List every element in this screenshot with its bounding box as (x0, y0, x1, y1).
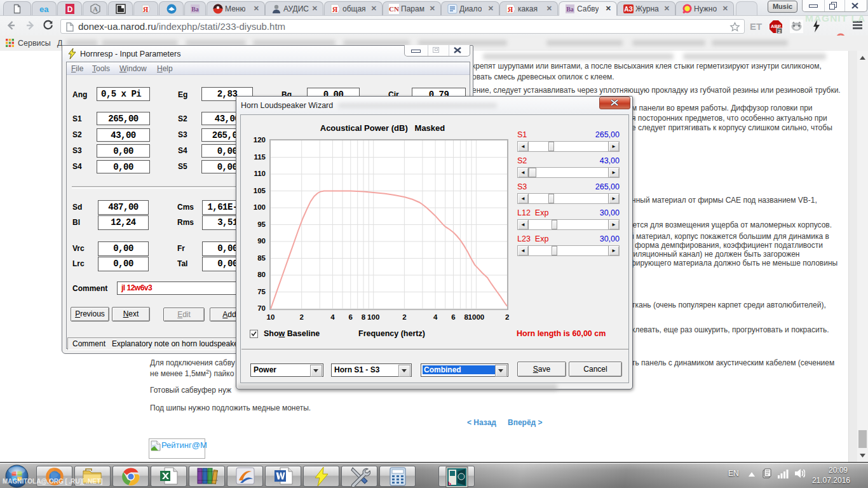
svg-text:ea: ea (39, 4, 49, 14)
svg-text:Я: Я (508, 5, 513, 14)
svg-text:Ba: Ba (566, 6, 574, 13)
svg-text:A: A (93, 5, 98, 13)
svg-text:Я: Я (332, 5, 338, 14)
svg-text:2: 2 (778, 29, 781, 34)
svg-text:D: D (67, 5, 72, 14)
svg-text:Ba: Ba (191, 6, 199, 13)
svg-text:Я: Я (142, 5, 148, 14)
svg-text:CN: CN (389, 5, 399, 13)
svg-text:b: b (448, 480, 451, 487)
svg-text:АЗ: АЗ (624, 6, 633, 13)
